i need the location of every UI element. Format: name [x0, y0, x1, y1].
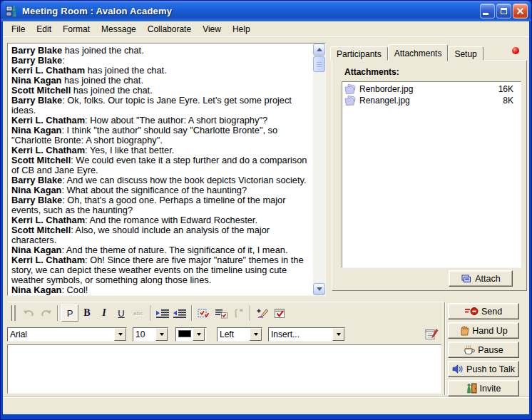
chat-message: Barry Blake: Ok, folks. Our topic is Jan…	[11, 96, 312, 116]
list-item[interactable]: Renangel.jpg 8K	[342, 95, 521, 106]
hand-up-button[interactable]: Hand Up	[448, 322, 519, 339]
attach-button[interactable]: Attach	[449, 270, 513, 287]
font-family-select[interactable]: Arial	[7, 327, 127, 342]
italic-button[interactable]: I	[96, 304, 113, 322]
scroll-thumb[interactable]	[313, 56, 325, 72]
spellcheck-button[interactable]	[271, 304, 288, 322]
toolbar-separator	[250, 305, 251, 321]
chat-scrollbar[interactable]	[313, 43, 325, 295]
maximize-button[interactable]	[496, 4, 511, 19]
insert-value: Insert...	[269, 328, 332, 341]
menu-bar: FileEditFormatMessageCollaborateViewHelp	[3, 21, 529, 37]
maximize-icon	[501, 8, 507, 14]
bold-button[interactable]: B	[78, 304, 96, 322]
insert-select[interactable]: Insert...	[268, 327, 345, 342]
speaker-icon	[452, 364, 464, 374]
window-title: Meeting Room : Avalon Academy	[22, 6, 480, 16]
list-check-button[interactable]	[213, 304, 230, 322]
menu-item[interactable]: Help	[227, 22, 256, 36]
pause-button[interactable]: Pause	[448, 342, 519, 358]
toolbar-separator	[150, 305, 151, 321]
underline-button[interactable]: U	[113, 304, 130, 322]
title-bar: Meeting Room : Avalon Academy	[1, 1, 531, 21]
increase-indent-button[interactable]	[154, 304, 171, 322]
tab-participants[interactable]: Participants	[330, 46, 388, 61]
send-button[interactable]: Send	[448, 303, 519, 319]
font-effects-icon: abc	[130, 304, 147, 322]
file-icon	[344, 96, 357, 106]
dropdown-arrow-icon[interactable]	[193, 328, 205, 341]
app-window: Meeting Room : Avalon Academy FileEditFo…	[0, 0, 532, 420]
font-toolbar: Arial 10 Left Insert...	[7, 324, 444, 344]
chat-message: Nina Kagan has joined the chat.	[11, 76, 312, 86]
font-size-select[interactable]: 10	[133, 327, 168, 342]
attachments-panel: Attachments: Renborder.jpg 16K	[332, 60, 527, 291]
menu-item[interactable]: Format	[57, 22, 96, 36]
chat-text-area[interactable]: Barry Blake has joined the chat.Barry Bl…	[8, 43, 313, 295]
add-annotation-button[interactable]	[254, 304, 271, 322]
client-area: Barry Blake has joined the chat.Barry Bl…	[3, 37, 529, 414]
toolbar-grip-handle[interactable]	[10, 305, 16, 321]
alignment-select[interactable]: Left	[217, 327, 262, 342]
hand-icon	[459, 325, 469, 336]
attachment-size: 16K	[498, 84, 513, 94]
chat-message: Scott Mitchell has joined the chat.	[11, 86, 312, 96]
tab-setup[interactable]: Setup	[448, 46, 483, 61]
coffee-cup-icon	[464, 344, 475, 355]
dropdown-arrow-icon[interactable]	[155, 328, 168, 341]
list-item[interactable]: Renborder.jpg 16K	[342, 83, 521, 95]
scroll-up-button[interactable]	[313, 43, 325, 56]
chat-message: Barry Blake: And we can discuss how the …	[11, 175, 312, 185]
chat-message: Kerri L. Chatham: Yes, I like that bette…	[11, 145, 312, 155]
message-edit-icon[interactable]	[425, 328, 439, 340]
font-color-select[interactable]	[175, 327, 207, 342]
chat-message: Barry Blake has joined the chat.	[11, 46, 312, 56]
chat-message: Kerri L. Chatham: Oh! Since there are fi…	[11, 255, 312, 285]
chat-message: Nina Kagan: What about the significance …	[11, 185, 312, 195]
menu-item[interactable]: Edit	[31, 22, 57, 36]
arrow-up-icon	[317, 48, 322, 51]
dropdown-arrow-icon[interactable]	[332, 328, 344, 341]
alignment-value: Left	[218, 328, 250, 341]
decrease-indent-button[interactable]	[171, 304, 188, 322]
attachment-size: 8K	[503, 96, 513, 106]
menu-item[interactable]: Collaborate	[142, 22, 197, 36]
message-input[interactable]	[7, 344, 441, 394]
toolbar-separator	[57, 305, 58, 321]
menu-item[interactable]: File	[6, 22, 31, 36]
chat-message: Scott Mitchell: Also, we should include …	[11, 225, 312, 245]
invite-person-door-icon	[466, 383, 477, 394]
toolbar-divider	[444, 302, 446, 395]
chat-message: Kerri L. Chatham: And the romance with E…	[11, 215, 312, 225]
menu-item[interactable]: Message	[96, 22, 142, 36]
chat-transcript: Barry Blake has joined the chat.Barry Bl…	[7, 43, 326, 296]
redo-icon	[37, 304, 54, 322]
close-button[interactable]	[513, 4, 528, 19]
chat-message: Scott Mitchell: We could even take it a …	[11, 155, 312, 175]
close-icon	[516, 7, 524, 15]
chat-message: Barry Blake: Oh, that's a good one. Perh…	[11, 195, 312, 215]
invite-button[interactable]: Invite	[448, 380, 519, 396]
attachment-name: Renangel.jpg	[359, 96, 410, 106]
scroll-down-button[interactable]	[313, 283, 325, 295]
status-bar	[3, 397, 529, 414]
attachment-name: Renborder.jpg	[359, 84, 413, 94]
chat-message: Kerri L. Chatham: How about "The author:…	[11, 116, 312, 126]
chat-message: Nina Kagan: I think "the author" should …	[11, 126, 312, 145]
formatting-toolbar: P B I U abc	[7, 302, 444, 324]
chat-message: Kerri L. Chatham has joined the chat.	[11, 66, 312, 76]
tab-attachments[interactable]: Attachments	[388, 44, 449, 61]
font-family-value: Arial	[8, 328, 114, 341]
push-to-talk-button[interactable]: Push to Talk	[448, 361, 519, 377]
menu-item[interactable]: View	[197, 22, 227, 36]
dropdown-arrow-icon[interactable]	[250, 328, 262, 341]
select-check-button[interactable]	[195, 304, 213, 322]
dropdown-arrow-icon[interactable]	[114, 328, 126, 341]
panel-tabs: Participants Attachments Setup	[330, 43, 484, 61]
minimize-button[interactable]	[480, 4, 495, 19]
font-size-value: 10	[133, 328, 155, 341]
attach-icon	[461, 275, 472, 283]
paragraph-style-button[interactable]: P	[61, 304, 78, 322]
send-icon	[465, 307, 479, 316]
paste-special-icon	[230, 304, 247, 322]
